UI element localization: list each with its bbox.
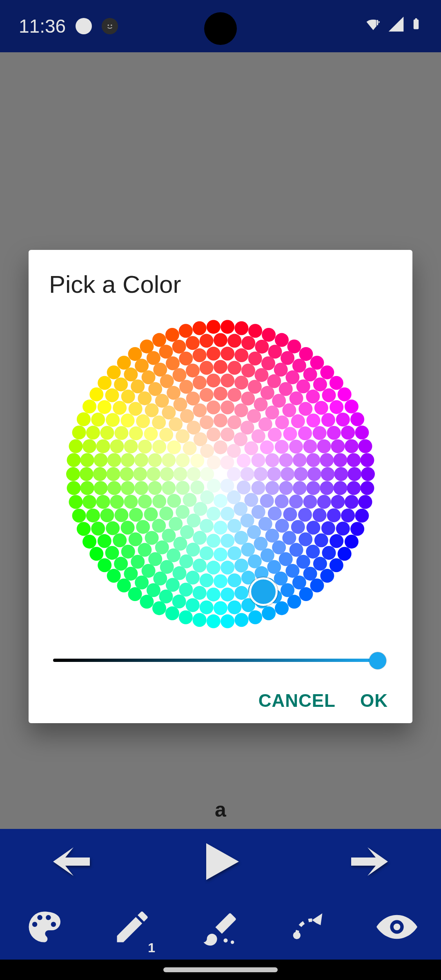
svg-point-313 [283,427,297,441]
svg-point-202 [214,575,227,588]
svg-point-305 [186,392,200,405]
svg-point-149 [220,588,234,601]
svg-point-398 [227,444,241,458]
svg-point-182 [285,370,299,384]
svg-point-56 [165,328,179,342]
svg-point-176 [207,347,220,361]
svg-point-213 [107,481,121,495]
svg-point-12 [359,495,372,509]
svg-point-388 [241,467,254,481]
svg-point-358 [160,467,174,481]
svg-point-39 [77,522,91,536]
svg-point-402 [207,479,221,492]
svg-point-28 [193,613,207,627]
svg-point-238 [307,467,321,481]
svg-point-98 [124,567,138,581]
svg-point-254 [145,531,159,545]
svg-point-140 [321,521,335,535]
svg-point-276 [291,414,305,428]
svg-point-400 [227,467,241,481]
svg-point-262 [129,426,143,440]
svg-point-184 [306,390,320,403]
svg-point-74 [359,439,372,453]
svg-point-120 [200,334,214,348]
svg-point-187 [327,426,341,440]
svg-point-129 [313,377,327,391]
svg-point-347 [265,481,279,495]
svg-point-256 [129,508,143,522]
svg-point-221 [148,382,162,396]
svg-point-336 [180,409,194,423]
svg-point-72 [350,412,364,426]
svg-point-281 [293,481,307,495]
svg-point-341 [247,409,261,423]
ok-button[interactable]: OK [360,690,388,711]
svg-point-250 [193,559,207,572]
svg-point-198 [267,560,281,574]
svg-point-107 [80,453,94,467]
svg-point-290 [200,546,214,560]
color-wheel[interactable] [61,315,380,633]
svg-point-340 [234,403,248,417]
svg-point-180 [261,356,275,370]
svg-point-86 [281,583,294,597]
svg-point-287 [241,543,255,557]
brightness-slider[interactable] [53,650,388,670]
svg-point-261 [124,439,138,453]
svg-point-379 [174,467,187,481]
brightness-slider-thumb[interactable] [369,652,386,669]
svg-point-207 [148,552,162,566]
svg-point-323 [220,534,234,548]
svg-point-210 [121,521,135,535]
svg-point-263 [136,414,150,428]
svg-point-55 [152,333,166,347]
svg-point-85 [292,576,306,590]
svg-point-135 [347,453,361,467]
svg-point-348 [260,494,274,508]
svg-point-183 [296,379,310,393]
svg-point-38 [82,535,96,548]
svg-point-300 [138,440,152,454]
brightness-slider-track [53,659,376,662]
svg-point-293 [162,529,176,543]
svg-point-30 [165,606,179,620]
svg-point-289 [214,548,227,561]
svg-point-275 [282,403,296,417]
svg-point-231 [279,382,293,396]
svg-point-399 [237,454,251,468]
svg-point-117 [159,345,173,359]
svg-point-21 [287,595,301,609]
svg-point-211 [114,508,128,522]
svg-point-128 [303,368,317,381]
svg-point-115 [135,359,149,373]
svg-point-93 [186,598,200,612]
svg-point-387 [252,453,265,467]
svg-point-306 [200,388,214,402]
svg-point-310 [254,398,268,412]
svg-point-204 [186,571,200,585]
svg-point-278 [303,439,317,453]
svg-point-242 [291,520,305,534]
svg-point-285 [265,529,279,543]
svg-point-215 [107,453,121,467]
svg-point-228 [241,363,255,377]
svg-point-51 [107,365,121,379]
svg-point-352 [214,521,227,535]
cancel-button[interactable]: CANCEL [258,690,336,711]
svg-point-294 [152,519,166,533]
svg-point-59 [207,320,220,334]
svg-point-253 [155,541,169,555]
svg-point-401 [220,479,234,492]
svg-point-148 [234,586,248,600]
svg-point-235 [313,426,327,440]
svg-point-84 [303,567,317,581]
svg-point-266 [167,386,180,400]
svg-point-335 [169,417,183,431]
svg-point-384 [220,428,234,441]
svg-point-75 [360,453,374,467]
svg-point-46 [72,425,86,439]
svg-point-212 [110,495,124,509]
svg-point-132 [336,413,350,427]
svg-point-188 [331,439,345,453]
svg-point-351 [227,519,241,533]
